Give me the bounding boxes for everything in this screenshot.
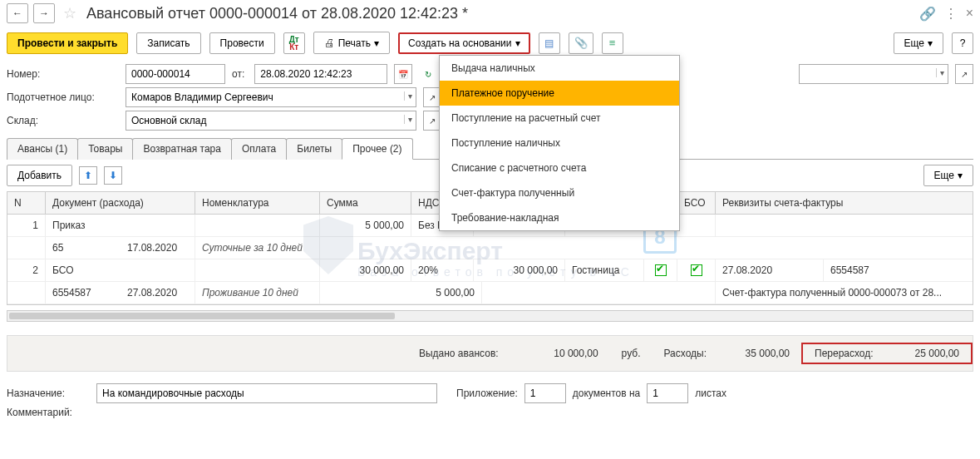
tab-returnable[interactable]: Возвратная тара	[132, 138, 232, 160]
tab-advances[interactable]: Авансы (1)	[7, 138, 78, 160]
dropdown-item[interactable]: Поступление наличных	[440, 131, 679, 155]
warehouse-label: Склад:	[7, 115, 119, 126]
sf-checkbox[interactable]	[655, 264, 667, 276]
sheets-label: листах	[695, 387, 726, 399]
post-button[interactable]: Провести	[209, 32, 275, 54]
structure-icon: ▤	[544, 37, 554, 49]
print-button[interactable]: 🖨 Печать ▾	[313, 32, 390, 54]
dropdown-item[interactable]: Платежное поручение	[440, 81, 679, 106]
create-based-button[interactable]: Создать на основании ▾	[398, 32, 530, 54]
table-row-sub[interactable]: 65 17.08.2020 Суточные за 10 дней	[7, 237, 973, 259]
col-rekv[interactable]: Реквизиты счета-фактуры	[716, 192, 973, 214]
window-title: Авансовый отчет 0000-000014 от 28.08.202…	[86, 5, 468, 22]
horizontal-scrollbar[interactable]	[7, 310, 973, 322]
col-doc[interactable]: Документ (расхода)	[46, 192, 195, 214]
open-org-button[interactable]: ↗	[955, 64, 973, 84]
tab-tickets[interactable]: Билеты	[286, 138, 342, 160]
kebab-menu-icon[interactable]: ⋮	[944, 6, 958, 22]
totals-bar: Выдано авансов: 10 000,00 руб. Расходы: …	[7, 335, 973, 372]
list-icon: ≡	[609, 37, 616, 49]
attachment-button[interactable]: 📎	[569, 32, 593, 54]
move-down-button[interactable]: ⬇	[104, 166, 122, 185]
org-field[interactable]	[799, 64, 948, 84]
purpose-field[interactable]	[96, 383, 437, 403]
issued-value: 10 000,00	[510, 348, 610, 359]
docs-on-label: документов на	[573, 387, 641, 399]
dropdown-item[interactable]: Требование-накладная	[440, 205, 679, 230]
purpose-label: Назначение:	[7, 387, 90, 399]
dt-kt-button[interactable]: ДтКт	[283, 32, 305, 54]
number-field[interactable]	[126, 64, 225, 84]
expenses-value: 35 000,00	[718, 348, 801, 359]
date-field[interactable]	[254, 64, 387, 84]
chevron-down-icon: ▾	[958, 170, 963, 181]
person-label: Подотчетное лицо:	[7, 91, 119, 103]
dropdown-item[interactable]: Счет-фактура полученный	[440, 180, 679, 205]
grid-more-button[interactable]: Еще ▾	[923, 165, 973, 186]
favorite-star-icon[interactable]: ☆	[63, 4, 76, 22]
sheets-field[interactable]	[647, 383, 688, 403]
dropdown-item[interactable]: Списание с расчетного счета	[440, 155, 679, 180]
from-label: от:	[232, 68, 244, 80]
create-based-dropdown: Выдача наличных Платежное поручение Пост…	[439, 55, 680, 231]
tab-other[interactable]: Прочее (2)	[342, 138, 412, 160]
list-button[interactable]: ≡	[602, 32, 623, 54]
warehouse-field[interactable]	[126, 111, 416, 131]
help-button[interactable]: ?	[952, 32, 973, 54]
structure-button[interactable]: ▤	[539, 32, 560, 54]
dropdown-item[interactable]: Поступление на расчетный счет	[440, 106, 679, 131]
link-icon[interactable]: 🔗	[919, 6, 936, 22]
person-field[interactable]	[126, 87, 416, 107]
more-button[interactable]: Еще ▾	[894, 32, 943, 54]
currency: руб.	[610, 348, 653, 359]
number-label: Номер:	[7, 68, 119, 80]
chevron-down-icon: ▾	[515, 37, 520, 49]
overrun-value: 25 000,00	[915, 348, 959, 359]
expenses-label: Расходы:	[652, 348, 718, 359]
nav-back-button[interactable]: ←	[7, 3, 28, 23]
overrun-label: Перерасход:	[815, 348, 874, 359]
attach-docs-field[interactable]	[524, 383, 566, 403]
printer-icon: 🖨	[324, 37, 335, 49]
post-and-close-button[interactable]: Провести и закрыть	[7, 32, 128, 54]
write-button[interactable]: Записать	[136, 32, 200, 54]
overrun-box: Перерасход: 25 000,00	[801, 343, 973, 364]
chevron-down-icon: ▾	[928, 37, 933, 49]
dropdown-item[interactable]: Выдача наличных	[440, 56, 679, 81]
table-row[interactable]: 2 БСО 30 000,00 20% 30 000,00 Гостиница …	[7, 259, 973, 282]
tab-goods[interactable]: Товары	[77, 138, 133, 160]
nav-forward-button[interactable]: →	[33, 3, 55, 23]
attachment-label: Приложение:	[456, 387, 518, 399]
calendar-button[interactable]: 📅	[394, 64, 412, 84]
col-nom[interactable]: Номенклатура	[195, 192, 320, 214]
tab-payment[interactable]: Оплата	[231, 138, 287, 160]
bso-checkbox[interactable]	[691, 264, 702, 276]
add-row-button[interactable]: Добавить	[7, 165, 72, 186]
col-n[interactable]: N	[7, 192, 46, 214]
issued-label: Выдано авансов:	[407, 348, 510, 359]
col-bso[interactable]: БСО	[677, 192, 716, 214]
col-sum[interactable]: Сумма	[320, 192, 411, 214]
table-row-sub[interactable]: 6554587 27.08.2020 Проживание 10 дней 5 …	[7, 282, 973, 304]
refresh-icon[interactable]: ↻	[419, 64, 437, 84]
comment-label: Комментарий:	[7, 407, 90, 418]
paperclip-icon: 📎	[574, 37, 588, 49]
close-icon[interactable]: ×	[966, 6, 973, 21]
move-up-button[interactable]: ⬆	[79, 166, 97, 185]
chevron-down-icon: ▾	[374, 37, 379, 49]
